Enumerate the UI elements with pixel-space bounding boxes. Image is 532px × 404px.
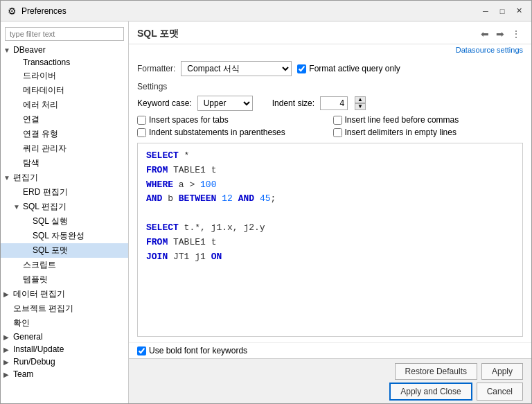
sidebar-item-sql-autocomplete[interactable]: SQL 자동완성 — [1, 229, 128, 243]
content-body: Formatter: Compact 서식 Format active quer… — [129, 55, 531, 342]
page-title: SQL 포맷 — [137, 28, 179, 40]
filter-input[interactable] — [5, 27, 124, 41]
spin-up-button[interactable]: ▲ — [355, 96, 366, 103]
sidebar-item-sql-editor[interactable]: ▼SQL 편집기 — [1, 200, 128, 214]
tree-arrow: ▶ — [3, 333, 13, 341]
sidebar-item-sql-format[interactable]: SQL 포맷 — [1, 243, 128, 258]
menu-button[interactable]: ⋮ — [509, 27, 523, 41]
code-preview: SELECT *FROM TABLE1 tWHERE a > 100AND b … — [137, 143, 523, 337]
sidebar-item-connection[interactable]: 연결 — [1, 112, 128, 127]
keyword-case-select[interactable]: Upper Lower Mixed — [197, 96, 253, 111]
insert-linefeed-label[interactable]: Insert line feed before commas — [333, 115, 524, 125]
settings-label: Settings — [137, 82, 523, 91]
sidebar-item-search[interactable]: 탐색 — [1, 156, 128, 170]
minimize-button[interactable]: ─ — [479, 4, 493, 18]
sidebar-item-erd-editor[interactable]: ERD 편집기 — [1, 185, 128, 200]
code-line: SELECT * — [146, 149, 514, 164]
tree-label: 데이터 편집기 — [13, 288, 65, 300]
sidebar-item-editor[interactable]: ▼편집기 — [1, 170, 128, 185]
window-title: Preferences — [21, 6, 479, 16]
tree-label: 쿼리 관리자 — [23, 143, 66, 155]
indent-substatements-label[interactable]: Indent substatements in parentheses — [137, 128, 328, 137]
tree-label: 메타데이터 — [23, 85, 64, 96]
bottom-row2: Apply and Close Cancel — [137, 383, 523, 401]
sidebar-item-obj-editor[interactable]: 오브젝트 편집기 — [1, 301, 128, 316]
insert-linefeed-checkbox[interactable] — [333, 116, 342, 125]
sidebar-item-conn-type[interactable]: 연결 유형 — [1, 127, 128, 141]
insert-delimiters-label[interactable]: Insert delimiters in empty lines — [333, 128, 524, 137]
maximize-button[interactable]: □ — [495, 4, 509, 18]
app-icon: ⚙ — [6, 6, 17, 17]
indent-substatements-checkbox[interactable] — [137, 128, 146, 137]
format-active-only-checkbox[interactable] — [297, 64, 306, 73]
header-icons: ⬅ ➡ ⋮ — [479, 27, 523, 41]
sidebar-item-query-mgr[interactable]: 쿼리 관리자 — [1, 141, 128, 156]
tree-label: Install/Update — [13, 344, 64, 354]
insert-delimiters-checkbox[interactable] — [333, 128, 342, 137]
sidebar-item-general[interactable]: ▶General — [1, 331, 128, 343]
indent-size-label: Indent size: — [272, 98, 314, 108]
spin-down-button[interactable]: ▼ — [355, 103, 366, 110]
sidebar-item-dbeaver[interactable]: ▼DBeaver — [1, 44, 128, 56]
sidebar-item-templates[interactable]: 템플릿 — [1, 272, 128, 287]
sidebar-item-error[interactable]: 에러 처리 — [1, 98, 128, 112]
forward-button[interactable]: ➡ — [494, 27, 506, 41]
tree-arrow: ▶ — [3, 346, 13, 353]
settings-section: Settings Keyword case: Upper Lower Mixed… — [137, 82, 523, 143]
sidebar-item-sql-exec[interactable]: SQL 실행 — [1, 214, 128, 229]
tree-arrow: ▼ — [3, 46, 13, 54]
tree-arrow: ▼ — [3, 174, 13, 182]
tree-label: SQL 편집기 — [23, 201, 66, 213]
apply-and-close-button[interactable]: Apply and Close — [389, 383, 472, 401]
tree-label: General — [13, 332, 43, 342]
insert-spaces-label[interactable]: Insert spaces for tabs — [137, 115, 328, 125]
sidebar: ▼DBeaverTransactions드라이버메타데이터에러 처리연결연결 유… — [1, 21, 129, 404]
sidebar-item-team[interactable]: ▶Team — [1, 368, 128, 380]
sidebar-item-run-debug[interactable]: ▶Run/Debug — [1, 355, 128, 368]
datasource-settings-link[interactable]: Datasource settings — [129, 44, 531, 55]
restore-defaults-button[interactable]: Restore Defaults — [395, 363, 477, 380]
use-bold-font-row: Use bold font for keywords — [129, 342, 531, 358]
sidebar-item-transactions[interactable]: Transactions — [1, 56, 128, 69]
tree-label: 오브젝트 편집기 — [13, 303, 73, 315]
sidebar-item-confirm[interactable]: 확인 — [1, 316, 128, 331]
keyword-case-row: Keyword case: Upper Lower Mixed Indent s… — [137, 96, 523, 111]
code-line: FROM TABLE1 t — [146, 164, 514, 178]
keyword-case-label: Keyword case: — [137, 98, 192, 108]
format-active-only-label[interactable]: Format active query only — [297, 64, 400, 73]
main-container: ▼DBeaverTransactions드라이버메타데이터에러 처리연결연결 유… — [1, 21, 531, 404]
tree-label: SQL 실행 — [33, 216, 68, 227]
tree-label: 에러 처리 — [23, 99, 58, 111]
tree-label: Transactions — [23, 58, 70, 67]
apply-button[interactable]: Apply — [481, 363, 523, 380]
tree-label: 템플릿 — [23, 274, 48, 286]
content-panel: SQL 포맷 ⬅ ➡ ⋮ Datasource settings Formatt… — [129, 21, 531, 404]
tree-arrow: ▶ — [3, 290, 13, 298]
cancel-button[interactable]: Cancel — [477, 383, 523, 401]
tree-container: ▼DBeaverTransactions드라이버메타데이터에러 처리연결연결 유… — [1, 44, 128, 380]
tree-arrow: ▶ — [3, 371, 13, 378]
sidebar-item-data-editor[interactable]: ▶데이터 편집기 — [1, 287, 128, 301]
sidebar-item-install-update[interactable]: ▶Install/Update — [1, 343, 128, 355]
bottom-bar: Restore Defaults Apply Apply and Close C… — [129, 358, 531, 404]
window-controls: ─ □ ✕ — [479, 4, 526, 18]
tree-label: 연결 유형 — [23, 128, 58, 140]
use-bold-font-checkbox[interactable] — [137, 346, 146, 355]
indent-size-input[interactable] — [320, 96, 348, 110]
tree-label: 스크립트 — [23, 259, 56, 271]
content-header: SQL 포맷 ⬅ ➡ ⋮ — [129, 21, 531, 44]
code-line: FROM TABLE1 t — [146, 236, 514, 250]
tree-label: Team — [13, 369, 33, 379]
formatter-select[interactable]: Compact 서식 — [181, 61, 292, 76]
indent-spinner: ▲ ▼ — [355, 96, 366, 110]
back-button[interactable]: ⬅ — [479, 27, 491, 41]
code-line: WHERE a > 100 — [146, 178, 514, 193]
sidebar-item-metadata[interactable]: 메타데이터 — [1, 83, 128, 98]
sidebar-item-scripts[interactable]: 스크립트 — [1, 258, 128, 272]
code-line — [146, 207, 514, 221]
sidebar-item-driver[interactable]: 드라이버 — [1, 69, 128, 83]
close-button[interactable]: ✕ — [512, 4, 526, 18]
insert-spaces-checkbox[interactable] — [137, 116, 146, 125]
tree-label: Run/Debug — [13, 357, 55, 367]
formatter-label: Formatter: — [137, 64, 175, 73]
